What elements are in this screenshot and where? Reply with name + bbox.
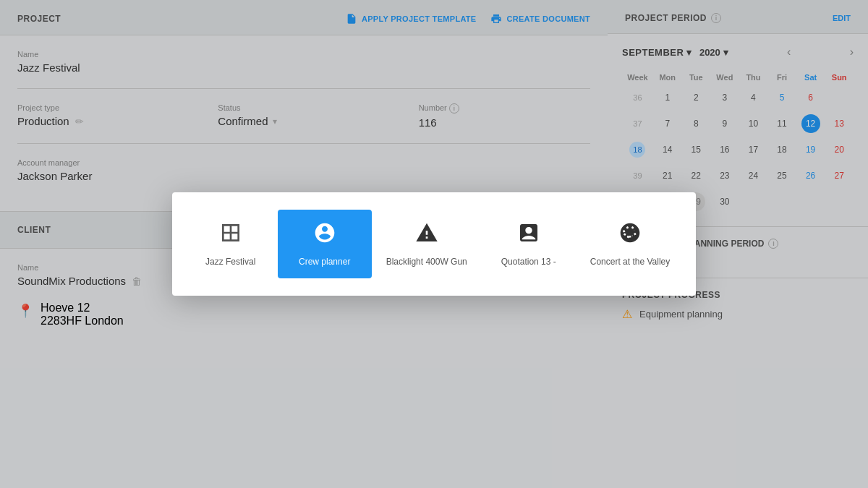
popup-item-jazz-festival[interactable]: Jazz Festival xyxy=(184,210,278,278)
popup-item-concert[interactable]: Concert at the Valley xyxy=(576,210,685,278)
popup-item-quotation[interactable]: Quotation 13 - xyxy=(482,210,576,278)
modal-popup: Jazz Festival Crew planner Blacklight 40… xyxy=(172,192,697,296)
popup-concert-label: Concert at the Valley xyxy=(590,257,671,267)
popup-crew-label: Crew planner xyxy=(299,257,350,267)
hazard-icon xyxy=(415,221,438,244)
popup-item-blacklight[interactable]: Blacklight 400W Gun xyxy=(372,210,482,278)
popup-blacklight-label: Blacklight 400W Gun xyxy=(386,257,467,267)
table-grid-icon xyxy=(219,221,242,244)
popup-jazz-label: Jazz Festival xyxy=(205,257,255,267)
document-icon xyxy=(517,221,540,244)
popup-quotation-label: Quotation 13 - xyxy=(501,257,556,267)
popup-item-crew-planner[interactable]: Crew planner xyxy=(278,210,372,278)
person-circle-icon xyxy=(313,221,336,244)
modal-overlay[interactable]: Jazz Festival Crew planner Blacklight 40… xyxy=(0,0,868,488)
soccer-icon xyxy=(618,221,642,244)
